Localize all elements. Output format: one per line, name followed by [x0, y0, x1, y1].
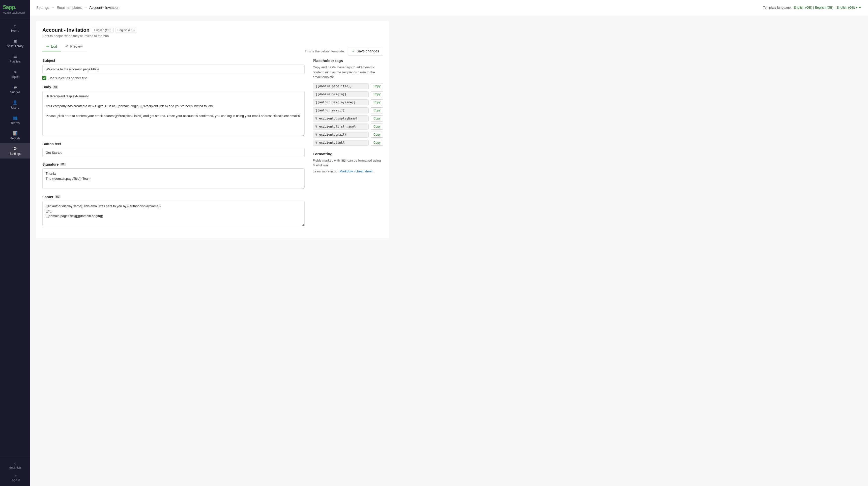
sidebar-item-label: Topics	[11, 75, 20, 79]
logout-icon: ⇥	[14, 474, 17, 478]
tag-chip-6: %recipient.email%	[313, 132, 369, 138]
content-inner: Account - Invitation English (GB) Englis…	[36, 21, 390, 238]
tag-chip-3: {{author.email}}	[313, 107, 369, 114]
tag-chip-5: %recipient.first_name%	[313, 124, 369, 130]
tag-row-0: {{domain.pageTitle}} Copy	[313, 83, 383, 89]
tag-chip-1: {{domain.origin}}	[313, 91, 369, 97]
edit-icon: ✏	[46, 44, 50, 48]
sidebar-item-label: Settings	[9, 152, 21, 156]
lang-badges: English (GB) English (GB)	[92, 28, 137, 33]
users-icon: 👤	[12, 100, 18, 105]
sidebar-item-label: Asset library	[7, 44, 24, 48]
sidebar-item-users[interactable]: 👤 Users	[0, 97, 30, 112]
copy-button-3[interactable]: Copy	[371, 107, 383, 114]
sidebar-bottom: ◇ Beta Hub ⇥ Log out	[0, 457, 30, 486]
body-label: Body MD	[42, 85, 305, 89]
sidebar-item-playlists[interactable]: ☰ Playlists	[0, 51, 30, 66]
tab-edit[interactable]: ✏ Edit	[42, 42, 61, 52]
use-subject-checkbox-row: Use subject as banner title	[42, 76, 305, 80]
markdown-cheat-sheet-link[interactable]: Markdown cheat sheet	[339, 169, 372, 173]
lang-badge-2: English (GB)	[115, 28, 137, 33]
beta-hub-item[interactable]: ◇ Beta Hub	[0, 459, 30, 472]
format-md-badge: MD	[341, 159, 346, 162]
sidebar-nav: ⌂ Home ▦ Asset library ☰ Playlists ◈ Top…	[0, 19, 30, 457]
tag-chip-2: {{author.displayName}}	[313, 99, 369, 105]
lang-badge-1: English (GB)	[92, 28, 114, 33]
breadcrumb: Settings → Email templates → Account - I…	[36, 5, 119, 9]
admin-label: Admin dashboard	[3, 11, 27, 14]
sidebar-item-settings[interactable]: ⚙ Settings	[0, 143, 30, 159]
tag-row-3: {{author.email}} Copy	[313, 107, 383, 114]
main-area: Settings → Email templates → Account - I…	[30, 0, 868, 486]
lang-links: English (GB) | English (GB)	[794, 5, 833, 9]
beta-hub-icon: ◇	[14, 462, 16, 465]
settings-icon: ⚙	[13, 146, 17, 151]
button-text-input[interactable]	[42, 148, 305, 157]
save-button-label: Save changes	[356, 49, 379, 53]
subject-section: Subject Use subject as banner title	[42, 59, 305, 80]
copy-button-0[interactable]: Copy	[371, 83, 383, 89]
body-textarea[interactable]: Hi %recipient.displayName%! Your company…	[42, 91, 305, 136]
signature-label: Signature MD	[42, 162, 305, 166]
tag-chip-7: %recipient.link%	[313, 140, 369, 146]
footer-label: Footer MD	[42, 195, 305, 199]
playlists-icon: ☰	[13, 54, 17, 59]
sidebar-item-home[interactable]: ⌂ Home	[0, 21, 30, 36]
form-left: Subject Use subject as banner title Body…	[42, 59, 305, 232]
copy-button-4[interactable]: Copy	[371, 116, 383, 122]
sidebar-item-label: Teams	[10, 121, 20, 125]
copy-button-6[interactable]: Copy	[371, 132, 383, 138]
copy-button-5[interactable]: Copy	[371, 124, 383, 130]
breadcrumb-settings[interactable]: Settings	[36, 5, 49, 9]
tag-row-6: %recipient.email% Copy	[313, 132, 383, 138]
subject-input[interactable]	[42, 65, 305, 74]
sidebar-item-teams[interactable]: 👥 Teams	[0, 112, 30, 128]
signature-md-badge: MD	[60, 163, 66, 166]
copy-button-2[interactable]: Copy	[371, 99, 383, 105]
reports-icon: 📊	[12, 131, 18, 136]
button-text-section: Button text	[42, 142, 305, 157]
tag-row-2: {{author.displayName}} Copy	[313, 99, 383, 105]
copy-button-7[interactable]: Copy	[371, 140, 383, 146]
footer-textarea[interactable]: {{#if author.displayName}}This email was…	[42, 201, 305, 226]
sidebar-item-asset-library[interactable]: ▦ Asset library	[0, 36, 30, 51]
tag-row-4: %recipient.displayName% Copy	[313, 116, 383, 122]
tag-row-5: %recipient.first_name% Copy	[313, 124, 383, 130]
tag-row-7: %recipient.link% Copy	[313, 140, 383, 146]
lang-dropdown[interactable]: English (GB) ▾	[835, 5, 862, 9]
app-logo: 5app.	[3, 4, 27, 10]
sidebar-item-topics[interactable]: ◈ Topics	[0, 66, 30, 82]
topics-icon: ◈	[13, 69, 17, 74]
signature-textarea[interactable]: Thanks The {{domain.pageTitle}} Team	[42, 168, 305, 189]
use-subject-checkbox[interactable]	[42, 76, 46, 80]
form-layout: Subject Use subject as banner title Body…	[42, 59, 383, 232]
body-section: Body MD Hi %recipient.displayName%! Your…	[42, 85, 305, 137]
save-changes-button[interactable]: ✓ Save changes	[348, 47, 383, 56]
sidebar-item-label: Reports	[10, 137, 21, 140]
body-textarea-wrapper: Hi %recipient.displayName%! Your company…	[42, 91, 305, 137]
sidebar-item-label: Users	[11, 106, 19, 109]
sidebar-item-label: Nudges	[10, 91, 20, 94]
nudges-icon: ◉	[13, 85, 17, 90]
tab-preview[interactable]: 👁 Preview	[61, 42, 87, 52]
tag-chip-0: {{domain.pageTitle}}	[313, 83, 369, 89]
sidebar: 5app. Admin dashboard ⌂ Home ▦ Asset lib…	[0, 0, 30, 486]
preview-icon: 👁	[65, 44, 69, 48]
page-subtitle: Sent to people when they're invited to t…	[42, 34, 383, 38]
placeholder-tags-desc: Copy and paste these tags to add dynamic…	[313, 65, 383, 80]
page-title-area: Account - Invitation English (GB) Englis…	[42, 27, 383, 38]
home-icon: ⌂	[14, 24, 17, 28]
use-subject-label: Use subject as banner title	[49, 76, 87, 80]
copy-button-1[interactable]: Copy	[371, 91, 383, 97]
sidebar-item-reports[interactable]: 📊 Reports	[0, 128, 30, 143]
logout-item[interactable]: ⇥ Log out	[0, 472, 30, 484]
tag-list: {{domain.pageTitle}} Copy {{domain.origi…	[313, 83, 383, 146]
template-language-label: Template language:	[763, 5, 792, 9]
body-md-badge: MD	[53, 86, 58, 89]
signature-section: Signature MD Thanks The {{domain.pageTit…	[42, 162, 305, 190]
tag-row-1: {{domain.origin}} Copy	[313, 91, 383, 97]
top-header: Settings → Email templates → Account - I…	[30, 0, 868, 15]
breadcrumb-email-templates[interactable]: Email templates	[57, 5, 82, 9]
tag-chip-4: %recipient.displayName%	[313, 116, 369, 122]
sidebar-item-nudges[interactable]: ◉ Nudges	[0, 82, 30, 97]
